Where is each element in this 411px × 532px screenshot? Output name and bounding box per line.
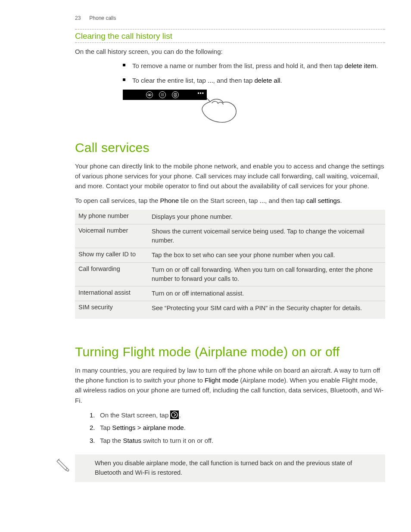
- voicemail-icon: [146, 91, 153, 98]
- table-cell-value: Displays your phone number.: [148, 210, 385, 224]
- list-item: To remove a name or number from the list…: [123, 61, 385, 71]
- subsection-clearing-history: Clearing the call history list: [75, 29, 385, 43]
- bullet-list: To remove a name or number from the list…: [123, 61, 385, 85]
- table-cell-key: International assist: [75, 286, 148, 301]
- svg-point-11: [163, 95, 164, 96]
- arrow-tile-icon: [170, 411, 179, 419]
- keypad-icon: [159, 91, 166, 98]
- text: .: [179, 411, 181, 419]
- svg-point-8: [163, 94, 164, 95]
- list-item: Tap the Status switch to turn it on or o…: [90, 435, 385, 446]
- text-bold: Status: [123, 437, 141, 444]
- table-cell-value: Turn on or off international assist.: [148, 286, 385, 301]
- svg-point-0: [148, 94, 149, 96]
- svg-point-1: [149, 94, 151, 96]
- table-cell-key: Voicemail number: [75, 224, 148, 248]
- text: .: [376, 62, 378, 69]
- table-row: Voicemail number Shows the current voice…: [75, 224, 385, 248]
- text-bold: Flight mode: [205, 376, 238, 384]
- list-item: On the Start screen, tap .: [90, 410, 385, 421]
- table-row: My phone number Displays your phone numb…: [75, 210, 385, 224]
- text: Tap: [100, 424, 112, 431]
- table-row: Call forwarding Turn on or off call forw…: [75, 263, 385, 286]
- text-bold: Phone: [160, 197, 179, 204]
- text: To open call services, tap the: [75, 197, 160, 204]
- table-cell-value: See “Protecting your SIM card with a PIN…: [148, 301, 385, 315]
- paragraph: To open call services, tap the Phone til…: [26, 196, 385, 205]
- section-heading-flight-mode: Turning Flight mode (Airplane mode) on o…: [26, 345, 385, 359]
- svg-point-4: [162, 93, 163, 94]
- svg-point-6: [161, 94, 162, 95]
- text-bold: delete all: [255, 77, 280, 84]
- bullet-icon: [123, 78, 125, 81]
- table-row: Show my caller ID to Tap the box to set …: [75, 248, 385, 263]
- text: , and then tap: [265, 197, 306, 204]
- contacts-icon: [172, 91, 179, 98]
- svg-point-9: [161, 95, 162, 96]
- running-header: 23 Phone calls: [26, 15, 385, 21]
- note-callout: When you disable airplane mode, the call…: [75, 454, 385, 482]
- phone-appbar: •••: [123, 90, 207, 100]
- svg-point-5: [163, 93, 164, 94]
- numbered-steps: On the Start screen, tap . Tap Settings …: [90, 410, 385, 446]
- paragraph: Your phone can directly link to the mobi…: [26, 161, 385, 191]
- text: Tap the: [100, 437, 123, 444]
- more-icon: •••: [197, 90, 204, 96]
- text: To clear the entire list, tap: [132, 77, 208, 84]
- section-heading-call-services: Call services: [26, 140, 385, 155]
- svg-point-10: [162, 95, 163, 96]
- table-row: SIM security See “Protecting your SIM ca…: [75, 301, 385, 319]
- call-services-table: My phone number Displays your phone numb…: [75, 210, 385, 319]
- table-cell-key: Call forwarding: [75, 263, 148, 286]
- svg-point-13: [175, 94, 176, 95]
- subsection-heading: Clearing the call history list: [75, 30, 385, 42]
- text: .: [280, 77, 282, 84]
- svg-point-14: [171, 412, 177, 418]
- table-cell-key: SIM security: [75, 301, 148, 315]
- paragraph: On the call history screen, you can do t…: [26, 47, 385, 56]
- illustration: •••: [123, 90, 385, 128]
- list-item: Tap Settings > airplane mode.: [90, 422, 385, 433]
- paragraph: In many countries, you are required by l…: [26, 365, 385, 405]
- text-bold: Settings > airplane mode: [112, 424, 184, 431]
- text: tile on the Start screen, tap: [179, 197, 260, 204]
- table-cell-key: My phone number: [75, 210, 148, 224]
- text-bold: call settings: [306, 197, 340, 204]
- note-text: When you disable airplane mode, the call…: [95, 460, 352, 476]
- text: switch to turn it on or off.: [141, 437, 213, 444]
- text-bold: delete item: [345, 62, 376, 69]
- list-item: To clear the entire list, tap ..., and t…: [123, 75, 385, 85]
- table-cell-value: Turn on or off call forwarding. When you…: [148, 263, 385, 286]
- divider: [75, 42, 385, 43]
- ellipsis-icon: ...: [260, 197, 265, 204]
- text: .: [184, 424, 186, 431]
- table-row: International assist Turn on or off inte…: [75, 286, 385, 301]
- pencil-icon: [56, 457, 72, 476]
- document-page: 23 Phone calls Clearing the call history…: [0, 0, 411, 508]
- text: To remove a name or number from the list…: [132, 62, 345, 69]
- text: .: [340, 197, 342, 204]
- bullet-icon: [123, 64, 125, 66]
- table-cell-value: Shows the current voicemail service bein…: [148, 224, 385, 248]
- svg-point-3: [161, 93, 162, 94]
- text: , and then tap: [213, 77, 255, 84]
- page-number: 23: [75, 15, 88, 21]
- svg-point-7: [162, 94, 163, 95]
- table-cell-key: Show my caller ID to: [75, 248, 148, 262]
- table-cell-value: Tap the box to set who can see your phon…: [148, 248, 385, 262]
- chapter-name: Phone calls: [89, 15, 116, 21]
- text: On the Start screen, tap: [100, 411, 170, 419]
- ellipsis-icon: ...: [208, 77, 213, 84]
